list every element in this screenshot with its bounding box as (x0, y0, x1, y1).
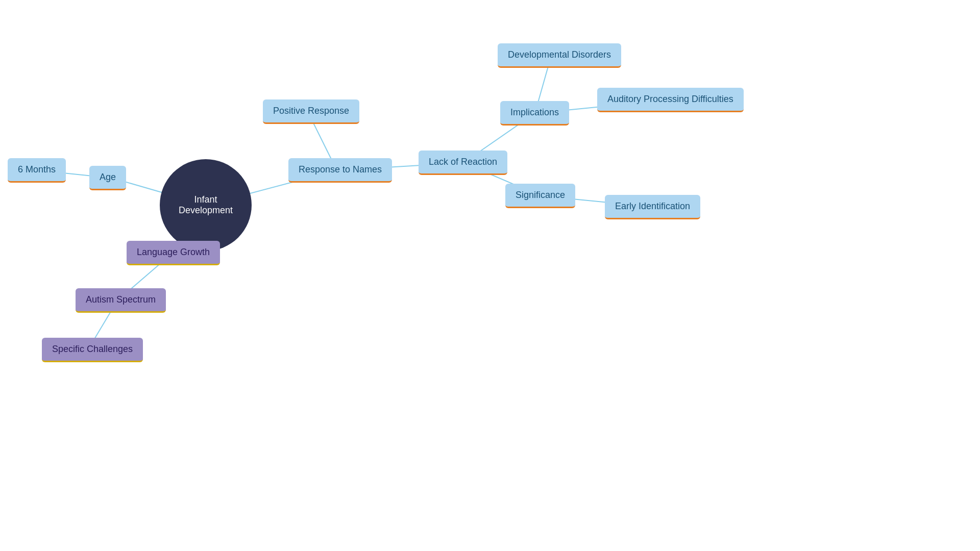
lack-of-reaction-node[interactable]: Lack of Reaction (419, 151, 507, 175)
age-label: Age (89, 166, 126, 190)
lack-of-reaction-label: Lack of Reaction (419, 151, 507, 175)
implications-label: Implications (500, 101, 569, 126)
positive-response-label: Positive Response (263, 99, 359, 124)
implications-node[interactable]: Implications (500, 101, 569, 126)
specific-challenges-label: Specific Challenges (42, 338, 143, 362)
center-label: Infant Development (160, 159, 252, 251)
developmental-disorders-label: Developmental Disorders (498, 43, 621, 68)
developmental-disorders-node[interactable]: Developmental Disorders (498, 43, 621, 68)
age-node[interactable]: Age (89, 166, 126, 190)
auditory-processing-label: Auditory Processing Difficulties (597, 88, 744, 112)
autism-spectrum-label: Autism Spectrum (76, 288, 166, 313)
significance-node[interactable]: Significance (505, 184, 575, 208)
response-to-names-node[interactable]: Response to Names (288, 158, 392, 183)
specific-challenges-node[interactable]: Specific Challenges (42, 338, 143, 362)
response-to-names-label: Response to Names (288, 158, 392, 183)
six-months-node[interactable]: 6 Months (8, 158, 66, 183)
language-growth-label: Language Growth (127, 241, 220, 265)
six-months-label: 6 Months (8, 158, 66, 183)
language-growth-node[interactable]: Language Growth (127, 241, 220, 265)
early-identification-node[interactable]: Early Identification (605, 195, 700, 219)
positive-response-node[interactable]: Positive Response (263, 99, 359, 124)
early-identification-label: Early Identification (605, 195, 700, 219)
significance-label: Significance (505, 184, 575, 208)
auditory-processing-node[interactable]: Auditory Processing Difficulties (597, 88, 744, 112)
autism-spectrum-node[interactable]: Autism Spectrum (76, 288, 166, 313)
center-node[interactable]: Infant Development (160, 159, 252, 251)
